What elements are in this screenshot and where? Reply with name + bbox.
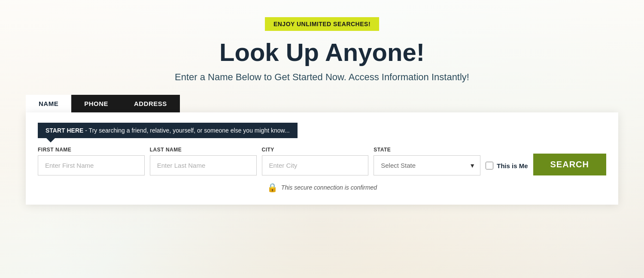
hint-start-here: START HERE [46,127,83,134]
tab-phone[interactable]: PHONE [71,95,121,112]
city-input[interactable] [262,155,369,175]
search-button[interactable]: SEARCH [533,154,606,175]
first-name-input[interactable] [38,155,145,175]
promo-badge: ENJOY UNLIMITED SEARCHES! [265,17,379,31]
state-label: STATE [374,147,480,153]
last-name-group: LAST NAME [150,147,257,175]
search-panel: START HERE - Try searching a friend, rel… [26,112,618,205]
first-name-group: FIRST NAME [38,147,145,175]
sub-title: Enter a Name Below to Get Started Now. A… [175,72,469,83]
this-is-me-label[interactable]: This is Me [497,162,528,169]
city-group: CITY [262,147,369,175]
tabs-row: NAME PHONE ADDRESS [26,95,180,112]
state-select-wrapper: Select State Alabama Alaska Arizona Cali… [374,155,480,175]
tab-name[interactable]: NAME [26,95,71,112]
last-name-label: LAST NAME [150,147,257,153]
city-label: CITY [262,147,369,153]
secure-row: 🔒 This secure connection is confirmed [38,182,606,193]
this-is-me-checkbox[interactable] [486,162,493,169]
secure-text: This secure connection is confirmed [281,184,377,191]
hint-bubble: START HERE - Try searching a friend, rel… [38,123,298,138]
last-name-input[interactable] [150,155,257,175]
hint-text: - Try searching a friend, relative, your… [83,127,289,134]
lock-icon: 🔒 [267,182,278,193]
tab-address[interactable]: ADDRESS [121,95,180,112]
state-select[interactable]: Select State Alabama Alaska Arizona Cali… [374,155,480,175]
first-name-label: FIRST NAME [38,147,145,153]
form-row: FIRST NAME LAST NAME CITY STATE Select S… [38,147,606,175]
state-group: STATE Select State Alabama Alaska Arizon… [374,147,480,175]
main-title: Look Up Anyone! [219,38,425,66]
this-is-me-group: This is Me [486,156,528,175]
